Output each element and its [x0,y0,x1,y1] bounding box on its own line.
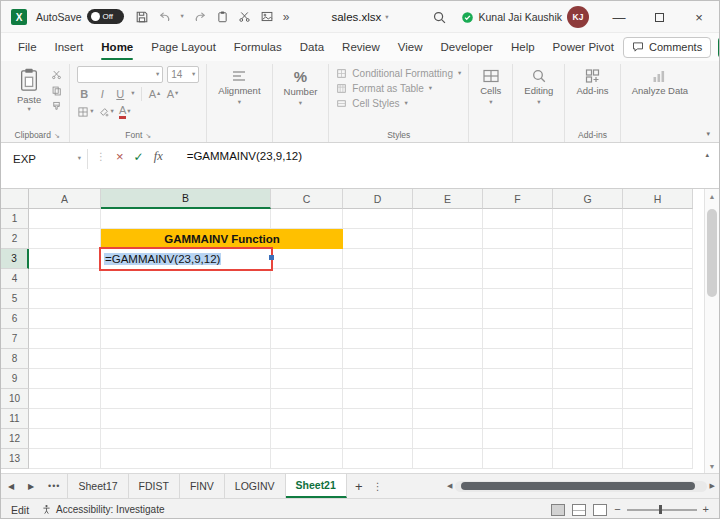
cell-D2[interactable] [343,229,413,249]
cell-D13[interactable] [343,449,413,469]
row-header-11[interactable]: 11 [1,409,29,429]
cell-H8[interactable] [623,349,693,369]
column-header-E[interactable]: E [413,189,483,209]
cell-H3[interactable] [623,249,693,269]
format-as-table-button[interactable]: Format as Table▾ [336,83,432,94]
underline-dropdown-icon[interactable]: ▾ [131,90,134,97]
vertical-scrollbar[interactable]: ▲ ▼ [704,189,719,473]
cell-A2[interactable] [29,229,101,249]
h-scroll-thumb[interactable] [461,482,694,490]
cell-H4[interactable] [623,269,693,289]
cell-B1[interactable] [101,209,271,229]
font-dialog-launcher-icon[interactable]: ↘ [145,132,151,139]
cell-G9[interactable] [553,369,623,389]
selection-handle[interactable] [269,255,274,260]
grow-font-button[interactable]: A▴ [148,86,162,101]
cell-D3[interactable] [343,249,413,269]
maximize-button[interactable] [639,1,679,33]
shrink-font-button[interactable]: A▾ [166,86,180,101]
ribbon-cut-button[interactable] [51,69,62,80]
cell-A4[interactable] [29,269,101,289]
cell-C11[interactable] [271,409,343,429]
vertical-scroll-track[interactable] [705,203,719,459]
cell-A9[interactable] [29,369,101,389]
cell-E3[interactable] [413,249,483,269]
menu-tab-page-layout[interactable]: Page Layout [142,33,225,61]
sheet-nav-right-button[interactable]: ▶ [21,474,41,498]
enter-button[interactable]: ✓ [134,151,144,163]
sheet-tab-loginv[interactable]: LOGINV [225,474,286,498]
cell-G6[interactable] [553,309,623,329]
cell-G2[interactable] [553,229,623,249]
cell-G8[interactable] [553,349,623,369]
column-header-C[interactable]: C [271,189,343,209]
cell-C4[interactable] [271,269,343,289]
cancel-button[interactable]: × [116,150,124,163]
collapse-ribbon-button[interactable]: ▾ [706,130,710,138]
formula-grip-icon[interactable]: ⋮ [96,151,106,162]
cell-B5[interactable] [101,289,271,309]
cell-E6[interactable] [413,309,483,329]
cell-A8[interactable] [29,349,101,369]
horizontal-scrollbar[interactable]: ◀ ▶ [445,474,717,498]
row-header-13[interactable]: 13 [1,449,29,469]
zoom-slider-knob[interactable] [659,505,662,514]
cell-E1[interactable] [413,209,483,229]
font-name-select[interactable]: ▾ [77,66,163,83]
row-header-9[interactable]: 9 [1,369,29,389]
zoom-slider[interactable] [627,509,697,511]
row-header-3[interactable]: 3 [1,249,29,269]
copy-button[interactable] [51,85,62,96]
add-sheet-button[interactable]: + [347,474,371,498]
cell-A10[interactable] [29,389,101,409]
zoom-in-button[interactable]: + [703,504,709,515]
cell-B11[interactable] [101,409,271,429]
cell-H5[interactable] [623,289,693,309]
document-title[interactable]: sales.xlsx ▾ [331,1,388,33]
cell-H2[interactable] [623,229,693,249]
menu-tab-insert[interactable]: Insert [46,33,93,61]
cell-G11[interactable] [553,409,623,429]
scroll-up-icon[interactable]: ▲ [705,189,719,203]
menu-tab-data[interactable]: Data [291,33,333,61]
column-header-D[interactable]: D [343,189,413,209]
cell-C1[interactable] [271,209,343,229]
cell-G4[interactable] [553,269,623,289]
page-break-view-button[interactable] [593,504,607,516]
search-button[interactable] [432,10,447,25]
cell-b2-title[interactable]: GAMMAINV Function [101,229,343,249]
cell-H7[interactable] [623,329,693,349]
cell-A7[interactable] [29,329,101,349]
save-button[interactable] [135,10,149,24]
row-header-10[interactable]: 10 [1,389,29,409]
accessibility-status[interactable]: Accessibility: Investigate [41,504,164,515]
redo-button[interactable] [193,10,207,24]
more-sheets-button[interactable]: ••• [41,474,67,498]
cell-F4[interactable] [483,269,553,289]
underline-button[interactable]: U [113,86,127,101]
cell-A12[interactable] [29,429,101,449]
cell-E8[interactable] [413,349,483,369]
row-header-6[interactable]: 6 [1,309,29,329]
cell-C12[interactable] [271,429,343,449]
cell-E7[interactable] [413,329,483,349]
column-header-A[interactable]: A [29,189,101,209]
row-header-4[interactable]: 4 [1,269,29,289]
column-header-F[interactable]: F [483,189,553,209]
cell-E4[interactable] [413,269,483,289]
cell-b3-editing[interactable]: =GAMMAINV(23,9,12) [99,247,273,271]
sheet-nav-left-button[interactable]: ◀ [1,474,21,498]
font-size-select[interactable]: 14▾ [167,66,199,83]
addins-button[interactable]: Add-ins [572,66,612,99]
cell-G5[interactable] [553,289,623,309]
vertical-scroll-thumb[interactable] [707,209,717,297]
row-header-2[interactable]: 2 [1,229,29,249]
row-header-8[interactable]: 8 [1,349,29,369]
autosave-toggle[interactable]: Off [87,9,124,24]
normal-view-button[interactable] [551,504,565,516]
sheet-tab-sheet21[interactable]: Sheet21 [286,474,347,498]
cell-C9[interactable] [271,369,343,389]
paste-button[interactable]: Paste ▾ [12,66,46,114]
cell-E2[interactable] [413,229,483,249]
cell-H9[interactable] [623,369,693,389]
